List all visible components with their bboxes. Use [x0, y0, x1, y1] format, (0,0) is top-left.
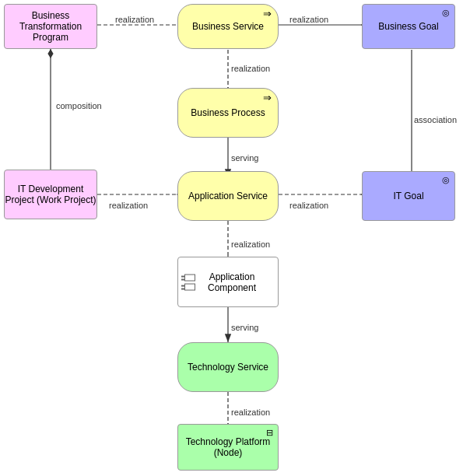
- label-serving-ac-ts: serving: [231, 323, 258, 332]
- technology-platform-node: ⊟ Technology Platform (Node): [177, 424, 279, 471]
- bs-arrow-icon: ⇒: [263, 8, 272, 19]
- label-realization-bs-bg: realization: [289, 15, 328, 24]
- label-realization-btp-bs: realization: [115, 15, 154, 24]
- label-composition: composition: [56, 101, 102, 110]
- it-goal-label: IT Goal: [393, 191, 423, 201]
- technology-platform-label: Technology Platform (Node): [178, 436, 278, 458]
- business-transformation-node: Business Transformation Program: [4, 4, 97, 49]
- business-process-node: ⇒ Business Process: [177, 88, 279, 138]
- label-realization-as-itg: realization: [289, 201, 328, 210]
- label-realization-itdev-as: realization: [109, 201, 148, 210]
- label-realization-ts-tp: realization: [231, 408, 270, 417]
- bg-icon: ◎: [442, 8, 450, 18]
- it-goal-node: ◎ IT Goal: [362, 171, 455, 221]
- business-goal-node: ◎ Business Goal: [362, 4, 455, 49]
- label-realization-as-ac: realization: [231, 240, 270, 249]
- technology-service-label: Technology Service: [188, 362, 268, 373]
- business-service-label: Business Service: [192, 21, 264, 32]
- label-serving-bp-as: serving: [231, 153, 258, 163]
- label-realization-bs-bp: realization: [231, 64, 270, 73]
- business-goal-label: Business Goal: [378, 21, 438, 32]
- application-component-node: Application Component: [177, 257, 279, 307]
- label-association: association: [414, 115, 457, 124]
- technology-service-node: Technology Service: [177, 342, 279, 392]
- tp-icon: ⊟: [266, 428, 273, 438]
- it-development-label: IT Development Project (Work Project): [5, 184, 96, 205]
- business-transformation-label: Business Transformation Program: [5, 10, 96, 43]
- bp-arrow-icon: ⇒: [263, 92, 272, 103]
- application-service-label: Application Service: [188, 191, 268, 201]
- business-service-node: ⇒ Business Service: [177, 4, 279, 49]
- diagram-container: Business Transformation Program ⇒ Busine…: [0, 0, 463, 476]
- ig-icon: ◎: [442, 175, 450, 185]
- business-process-label: Business Process: [191, 107, 265, 118]
- application-service-node: Application Service: [177, 171, 279, 221]
- it-development-node: IT Development Project (Work Project): [4, 170, 97, 219]
